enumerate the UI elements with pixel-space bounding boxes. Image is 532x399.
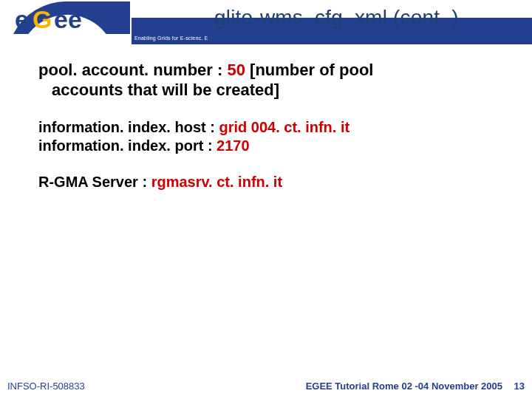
slide-tagline: Enabling Grids for E-scienc. E [134,35,208,41]
egee-logo: e G ee [4,1,130,38]
slide-header: e G ee glite-wms. cfg. xml (cont. ) Enab… [0,0,532,47]
param-value: 2170 [216,137,250,154]
param-key: information. index. port : [38,137,216,154]
footer-left: INFSO-RI-508833 [7,381,85,392]
param-index-host: information. index. host : grid 004. ct.… [38,118,494,137]
slide: e G ee glite-wms. cfg. xml (cont. ) Enab… [0,0,532,399]
svg-text:G: G [33,5,52,33]
param-index-port: information. index. port : 2170 [38,137,494,155]
param-value: rgmasrv. ct. infn. it [151,174,282,190]
param-pool-account-number: pool. account. number : 50 [number of po… [38,61,494,100]
param-key: information. index. host : [38,119,219,135]
svg-text:ee: ee [54,5,82,33]
param-desc-b: accounts that will be created] [38,81,494,100]
param-value: grid 004. ct. infn. it [219,119,349,135]
param-key: R-GMA Server : [38,174,151,190]
slide-footer: INFSO-RI-508833 EGEE Tutorial Rome 02 -0… [0,374,532,399]
svg-text:e: e [15,5,29,33]
slide-body: pool. account. number : 50 [number of po… [0,61,532,372]
param-rgma-server: R-GMA Server : rgmasrv. ct. infn. it [38,173,494,191]
footer-right: EGEE Tutorial Rome 02 -04 November 2005 [306,381,502,392]
slide-title: glite-wms. cfg. xml (cont. ) [214,6,459,30]
param-desc-a: [number of pool [245,61,374,79]
param-key: pool. account. number : [38,61,227,79]
footer-page-number: 13 [514,381,525,392]
param-value: 50 [227,61,245,79]
